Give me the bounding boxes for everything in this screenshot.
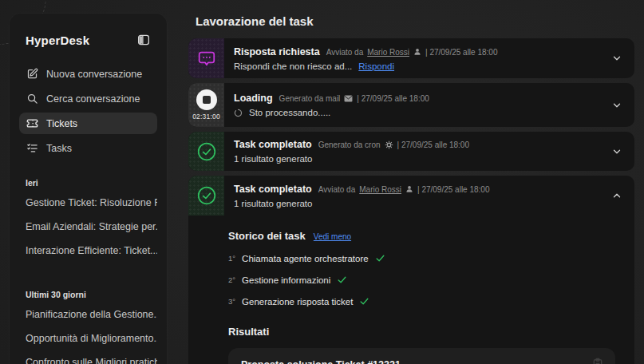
app-title: HyperDesk [26, 34, 89, 47]
result-title-prefix: Proposta soluzione [241, 359, 333, 364]
user-icon [405, 185, 413, 193]
chevron-down-icon [611, 100, 622, 111]
history-section-label: Ieri [26, 178, 151, 188]
history-item[interactable]: Opportunità di Miglioramento... [19, 326, 157, 350]
meta-time: | 27/09/25 alle 18:00 [425, 48, 497, 57]
meta-actor[interactable]: Mario Rossi [367, 48, 409, 57]
step-label: Gestione informazioni [242, 275, 330, 285]
step-label: Chiamata agente orchestratore [242, 254, 369, 263]
main-content: Lavorazione del task Risposta richiesta … [188, 0, 634, 364]
card-title: Risposta richiesta [234, 46, 320, 57]
chevron-down-icon [611, 53, 622, 64]
card-icon-column: 02:31:00 [188, 83, 224, 127]
task-timer: 02:31:00 [192, 113, 220, 121]
spinner-icon [234, 109, 243, 117]
task-card-completato-cron: Task completato Generato da cron | 27/09… [188, 132, 634, 171]
ticket-icon [26, 117, 38, 129]
meta-actor[interactable]: Mario Rossi [359, 185, 401, 194]
step-label: Generazione risposta ticket [242, 297, 353, 307]
meta-prefix: Avviato da [318, 185, 356, 194]
step-number: 3° [228, 297, 235, 306]
nav-item-label: Tasks [46, 143, 72, 154]
history-item[interactable]: Pianificazione della Gestione... [19, 303, 157, 326]
history-item[interactable]: Gestione Ticket: Risoluzione Rapida [19, 191, 157, 215]
ticket-link[interactable]: Ticket #12321 [336, 359, 401, 364]
panel-toggle-icon [136, 33, 151, 47]
nav-item-label: Nuova conversazione [46, 69, 142, 80]
expand-toggle[interactable] [599, 38, 634, 78]
card-body-text: 1 risultato generato [234, 154, 312, 164]
card-icon-column [188, 132, 224, 171]
step-number: 1° [228, 254, 235, 263]
sidebar-item-nuova-conversazione[interactable]: Nuova conversazione [19, 63, 157, 85]
card-title: Task completato [234, 139, 312, 150]
task-step: 1° Chiamata agente orchestratore [228, 253, 615, 263]
vedi-meno-link[interactable]: Vedi meno [314, 232, 351, 241]
history-item[interactable]: Confronto sulle Migliori pratiche... [19, 350, 157, 364]
mail-icon [344, 95, 353, 102]
chat-bubble-icon [196, 48, 217, 69]
task-history-title: Storico dei task [228, 230, 306, 242]
card-body-text: 1 risultato generato [234, 199, 312, 208]
task-step: 2° Gestione informazioni [228, 275, 615, 285]
chevron-down-icon [611, 146, 622, 157]
card-body-text: Sto processando..... [249, 108, 330, 117]
gear-icon [385, 140, 393, 149]
stop-button[interactable] [196, 89, 217, 110]
card-title: Loading [234, 93, 273, 104]
card-body-text: Rispondi che non riesco ad... [234, 61, 352, 71]
task-card-loading: 02:31:00 Loading Generato da mail | 27/0… [188, 83, 634, 127]
history-section-label: Ultimi 30 giorni [26, 290, 151, 299]
expanded-task-detail: Storico dei task Vedi meno 1° Chiamata a… [188, 216, 634, 364]
sidebar-item-tasks[interactable]: Tasks [19, 137, 157, 159]
meta-time: | 27/09/25 alle 18:00 [417, 185, 489, 194]
meta-prefix: Generato da cron [318, 140, 381, 149]
result-card: Proposta soluzione Ticket #12321 Lorem i… [228, 348, 615, 364]
check-icon [337, 275, 347, 285]
copy-button[interactable] [591, 358, 604, 364]
page-title: Lavorazione del task [196, 14, 634, 28]
history-item[interactable]: Email Aziendali: Strategie per... [19, 215, 157, 239]
sidebar-toggle-button[interactable] [135, 31, 152, 49]
sidebar-item-tickets[interactable]: Tickets [19, 113, 157, 134]
sidebar: HyperDesk Nuova conversazione Cerca conv… [10, 14, 167, 364]
meta-prefix: Avviato da [326, 48, 364, 57]
sidebar-item-cerca-conversazione[interactable]: Cerca conversazione [19, 88, 157, 109]
history-item[interactable]: Interazione Efficiente: Ticket... [19, 239, 157, 263]
task-card-risposta-richiesta: Risposta richiesta Avviato da Mario Ross… [188, 38, 634, 78]
sidebar-nav: Nuova conversazione Cerca conversazione … [19, 63, 157, 159]
user-icon [413, 48, 421, 56]
step-number: 2° [228, 275, 235, 284]
meta-time: | 27/09/25 alle 18:00 [397, 140, 469, 149]
stop-icon [203, 96, 211, 104]
card-title: Task completato [234, 184, 312, 195]
check-icon [359, 296, 369, 307]
sidebar-header: HyperDesk [19, 25, 157, 52]
meta-prefix: Generato da mail [279, 94, 341, 103]
card-icon-column [188, 176, 224, 216]
clipboard-copy-icon [591, 358, 604, 364]
expand-toggle[interactable] [599, 132, 634, 171]
expand-toggle[interactable] [599, 83, 634, 127]
collapse-toggle[interactable] [599, 176, 634, 216]
results-title: Risultati [228, 326, 615, 338]
check-circle-icon [196, 141, 217, 162]
chevron-up-icon [611, 190, 622, 201]
check-circle-icon [196, 185, 217, 206]
search-icon [26, 93, 38, 105]
nav-item-label: Tickets [46, 118, 77, 129]
task-step: 3° Generazione risposta ticket [228, 296, 615, 307]
tasks-list-icon [26, 142, 38, 154]
nav-item-label: Cerca conversazione [46, 93, 140, 105]
check-icon [375, 253, 385, 263]
task-card-completato-expanded: Task completato Avviato da Mario Rossi |… [188, 176, 634, 364]
new-conversation-icon [26, 68, 38, 80]
rispondi-link[interactable]: Rispondi [358, 61, 394, 71]
meta-time: | 27/09/25 alle 18:00 [357, 94, 429, 103]
card-icon-column [188, 38, 224, 78]
